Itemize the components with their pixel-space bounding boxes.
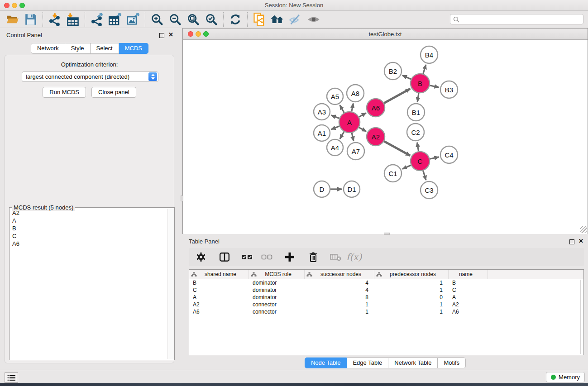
network-window-titlebar[interactable]: testGlobe.txt [183,29,588,40]
node-B2[interactable]: B2 [384,62,402,80]
add-column-button[interactable] [281,249,298,265]
edge-A2-C[interactable] [384,141,410,156]
tab-style[interactable]: Style [65,43,91,54]
result-item[interactable]: B [10,224,167,232]
mcds-result-list[interactable]: A2ABCA6 [10,209,167,359]
column-header-successor-nodes[interactable]: successor nodes [305,270,374,279]
table-cell[interactable]: A6 [449,308,488,315]
edge-A-A7[interactable] [352,133,354,141]
deselect-all-columns-button[interactable] [258,249,276,265]
run-mcds-button[interactable]: Run MCDS [43,87,86,98]
node-A2[interactable]: A2 [367,128,385,146]
table-options-button[interactable] [192,249,210,265]
open-session-button[interactable] [4,12,22,27]
result-item[interactable]: A2 [10,209,167,217]
edge-A-A8[interactable] [352,104,354,112]
node-B[interactable]: B [411,74,430,93]
node-C[interactable]: C [411,152,430,171]
resize-grip[interactable] [580,226,587,233]
result-item[interactable]: A [10,217,167,224]
node-A3[interactable]: A3 [314,104,330,120]
node-A8[interactable]: A8 [347,85,364,102]
node-A4[interactable]: A4 [327,139,343,156]
edge-B-B2[interactable] [402,75,411,79]
node-D[interactable]: D [314,181,330,197]
node-C3[interactable]: C3 [421,181,438,199]
show-panels-button[interactable] [305,12,323,27]
tab-select[interactable]: Select [91,43,119,54]
edge-C-C3[interactable] [423,171,426,180]
edge-A-A2[interactable] [359,128,366,132]
node-A7[interactable]: A7 [347,143,364,160]
column-header-name[interactable]: name [449,270,488,279]
table-cell[interactable]: dominator [249,286,305,294]
hide-panels-button[interactable] [287,12,305,27]
task-history-button[interactable] [5,372,18,383]
table-cell[interactable]: dominator [249,294,305,301]
table-cell[interactable]: dominator [249,279,305,286]
table-row[interactable]: Cdominator41C [189,286,583,294]
table-cell[interactable]: 1 [374,279,449,286]
home-button[interactable] [268,12,287,27]
edge-B-B1[interactable] [417,93,419,102]
memory-button[interactable]: Memory [546,372,585,382]
export-image-button[interactable] [124,12,142,27]
node-B4[interactable]: B4 [421,46,438,63]
refresh-view-button[interactable] [226,12,244,27]
table-cell[interactable]: 1 [374,308,449,315]
node-B3[interactable]: B3 [440,81,458,98]
node-D1[interactable]: D1 [344,181,360,197]
table-cell[interactable]: A [449,294,488,301]
table-cell[interactable]: connector [249,308,305,315]
search-field[interactable] [450,14,583,24]
table-row[interactable]: Adominator80A [189,294,583,301]
float-table-panel-button[interactable] [569,239,574,244]
node-C2[interactable]: C2 [407,124,424,141]
tab-edge-table[interactable]: Edge Table [347,357,388,368]
network-graph[interactable]: AA1A2A3A4A5A6A7A8BB1B2B3B4CC1C2C3C4DD1 [183,40,588,234]
edge-A-A3[interactable] [331,115,339,119]
criterion-select[interactable]: largest connected component (directed) [22,71,158,82]
save-session-button[interactable] [22,12,40,27]
zoom-out-button[interactable] [166,12,184,27]
table-row[interactable]: Bdominator41B [189,279,583,286]
zoom-in-button[interactable] [148,12,166,27]
import-table-button[interactable] [64,12,82,27]
edge-C-C2[interactable] [417,143,419,152]
edge-C-C4[interactable] [430,157,439,159]
table-row[interactable]: A6connector11A6 [189,308,583,315]
table-cell[interactable]: 1 [374,301,449,308]
table-cell[interactable]: A6 [189,308,249,315]
edge-A-A6[interactable] [359,113,366,117]
tab-motifs[interactable]: Motifs [438,357,466,368]
result-item[interactable]: C [10,232,167,240]
edge-C-C1[interactable] [402,165,411,169]
column-header-predecessor-nodes[interactable]: predecessor nodes [374,270,449,279]
edge-B-B3[interactable] [430,86,439,87]
table-cell[interactable]: A [189,294,249,301]
search-input[interactable] [459,15,583,24]
delete-columns-button[interactable] [305,249,322,265]
table-cell[interactable]: 4 [305,279,374,286]
export-network-button[interactable] [88,12,106,27]
result-scrollbar[interactable] [167,209,174,359]
column-header-shared-name[interactable]: shared name [189,270,249,279]
node-A5[interactable]: A5 [327,88,343,105]
edge-B-B4[interactable] [423,65,426,74]
network-canvas[interactable]: AA1A2A3A4A5A6A7A8BB1B2B3B4CC1C2C3C4DD1 [183,40,588,234]
horizontal-scroll-notch[interactable] [384,233,390,235]
table-cell[interactable]: A2 [449,301,488,308]
float-panel-button[interactable] [159,33,164,38]
result-item[interactable]: A6 [10,240,167,248]
edge-A-A5[interactable] [340,105,344,113]
select-all-columns-button[interactable] [239,249,256,265]
table-cell[interactable]: connector [249,301,305,308]
node-C4[interactable]: C4 [440,146,458,163]
table-cell[interactable]: 4 [305,286,374,294]
tab-node-table[interactable]: Node Table [305,357,347,368]
edge-A-A1[interactable] [331,126,339,129]
node-C1[interactable]: C1 [384,165,402,182]
edge-A-A4[interactable] [340,132,344,139]
delete-table-button[interactable] [327,249,344,265]
export-table-button[interactable] [106,12,124,27]
